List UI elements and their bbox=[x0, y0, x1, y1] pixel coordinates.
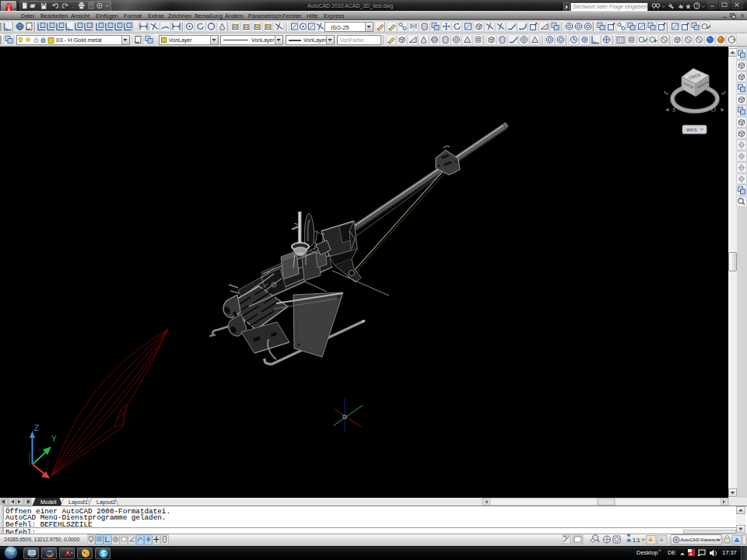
svg-text:AutoCAD Klassisch: AutoCAD Klassisch bbox=[681, 537, 720, 542]
svg-text:Y: Y bbox=[51, 435, 57, 443]
svg-text:1:1: 1:1 bbox=[633, 537, 640, 543]
svg-text:O: O bbox=[711, 107, 716, 114]
svg-text:WKS: WKS bbox=[686, 128, 697, 132]
svg-text:S: S bbox=[672, 107, 675, 114]
svg-text:Layout1: Layout1 bbox=[68, 499, 88, 506]
svg-text:?: ? bbox=[696, 3, 699, 9]
svg-text:Modell: Modell bbox=[40, 499, 57, 505]
svg-text:Layout2: Layout2 bbox=[96, 499, 116, 506]
svg-text:Z: Z bbox=[34, 424, 39, 432]
